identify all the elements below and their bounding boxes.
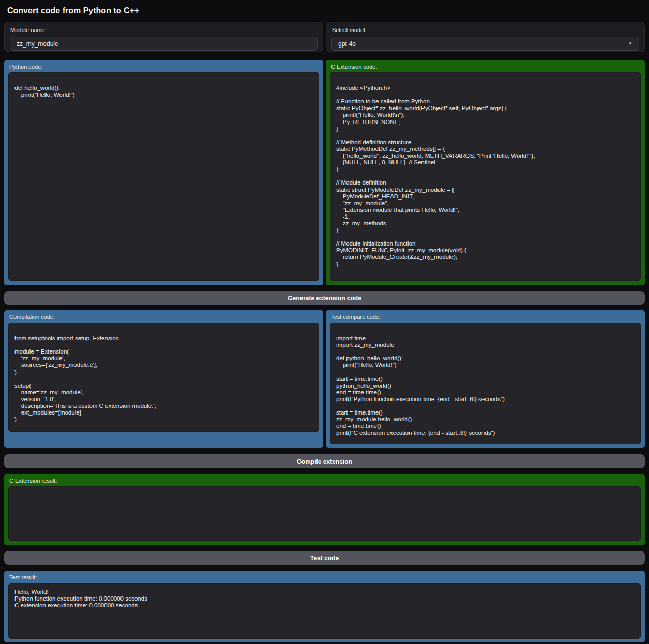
python-code-textarea[interactable]: def hello_world(): print("Hello, World!"… xyxy=(8,72,319,281)
generate-extension-code-button[interactable]: Generate extension code xyxy=(4,291,645,305)
code-panels-row: Python code: def hello_world(): print("H… xyxy=(4,60,645,285)
test-code-button[interactable]: Test code xyxy=(4,551,645,565)
c-extension-result-textarea[interactable] xyxy=(8,486,641,541)
compilation-code-textarea[interactable]: from setuptools import setup, Extension … xyxy=(8,323,319,432)
chevron-down-icon: ▼ xyxy=(628,42,632,46)
page-title: Convert code from Python to C++ xyxy=(7,6,645,16)
model-select-group: Select model gpt-4o ▼ xyxy=(326,22,645,52)
test-result-label: Test result: xyxy=(9,574,641,580)
compilation-code-label: Compilation code: xyxy=(9,314,319,320)
module-name-label: Module name: xyxy=(10,27,318,33)
test-result-panel: Test result: Hello, World! Python functi… xyxy=(4,571,645,642)
test-compare-code-textarea[interactable]: import time import zz_my_module def pyth… xyxy=(330,323,641,444)
controls-row: Module name: zz_my_module Select model g… xyxy=(4,22,645,52)
c-extension-code-label: C Extension code: xyxy=(331,64,641,70)
python-code-panel: Python code: def hello_world(): print("H… xyxy=(4,60,323,285)
c-extension-result-panel: C Extension result: xyxy=(4,474,645,545)
test-compare-code-label: Test compare code: xyxy=(331,314,641,320)
module-name-group: Module name: zz_my_module xyxy=(4,22,323,52)
compile-extension-button[interactable]: Compile extension xyxy=(4,454,645,468)
model-select-dropdown[interactable]: gpt-4o ▼ xyxy=(331,37,639,51)
c-extension-code-panel: C Extension code: #include <Python.h> //… xyxy=(326,60,645,285)
c-extension-code-textarea[interactable]: #include <Python.h> // Function to be ca… xyxy=(330,72,641,281)
compilation-code-panel: Compilation code: from setuptools import… xyxy=(4,310,323,448)
test-result-textarea[interactable]: Hello, World! Python function execution … xyxy=(8,583,641,639)
module-name-input[interactable]: zz_my_module xyxy=(10,37,318,51)
c-extension-result-label: C Extension result: xyxy=(9,478,641,484)
model-select-label: Select model xyxy=(332,27,639,33)
model-selected-value: gpt-4o xyxy=(338,40,356,48)
test-compare-code-panel: Test compare code: import time import zz… xyxy=(326,310,645,448)
compile-panels-row: Compilation code: from setuptools import… xyxy=(4,310,645,448)
python-code-label: Python code: xyxy=(9,64,319,70)
